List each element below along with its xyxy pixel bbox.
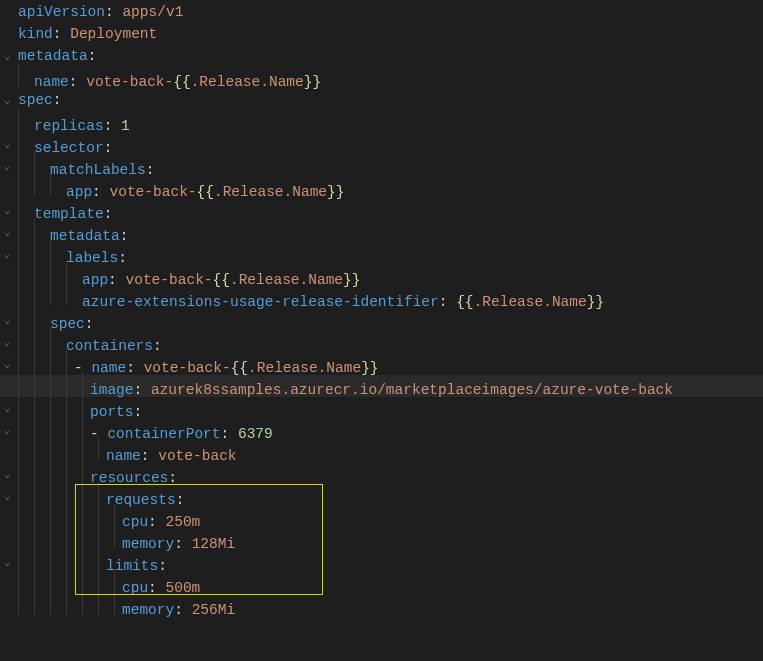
code-content: kind: Deployment: [14, 23, 157, 45]
fold-open-icon[interactable]: ⌄: [0, 221, 14, 243]
fold-open-icon[interactable]: ⌄: [0, 485, 14, 507]
code-line[interactable]: app: vote-back-{{.Release.Name}}: [0, 177, 763, 199]
fold-open-icon[interactable]: ⌄: [0, 243, 14, 265]
code-line[interactable]: memory: 256Mi: [0, 595, 763, 617]
code-content: apiVersion: apps/v1: [14, 1, 183, 23]
fold-open-icon[interactable]: ⌄: [0, 309, 14, 331]
fold-open-icon[interactable]: ⌄: [0, 155, 14, 177]
fold-open-icon[interactable]: ⌄: [0, 397, 14, 419]
fold-open-icon[interactable]: ⌄: [0, 199, 14, 221]
code-line[interactable]: name: vote-back-{{.Release.Name}}: [0, 67, 763, 89]
fold-open-icon[interactable]: ⌄: [0, 133, 14, 155]
code-editor[interactable]: apiVersion: apps/v1kind: Deployment⌄meta…: [0, 0, 763, 617]
fold-open-icon[interactable]: ⌄: [0, 331, 14, 353]
fold-open-icon[interactable]: ⌄: [0, 419, 14, 441]
code-content: memory: 256Mi: [14, 592, 235, 621]
code-line[interactable]: replicas: 1: [0, 111, 763, 133]
code-line[interactable]: azure-extensions-usage-release-identifie…: [0, 287, 763, 309]
fold-open-icon[interactable]: ⌄: [0, 45, 14, 67]
fold-open-icon[interactable]: ⌄: [0, 463, 14, 485]
code-line[interactable]: apiVersion: apps/v1: [0, 1, 763, 23]
fold-open-icon[interactable]: ⌄: [0, 551, 14, 573]
fold-open-icon[interactable]: ⌄: [0, 89, 14, 111]
code-line[interactable]: kind: Deployment: [0, 23, 763, 45]
fold-open-icon[interactable]: ⌄: [0, 353, 14, 375]
